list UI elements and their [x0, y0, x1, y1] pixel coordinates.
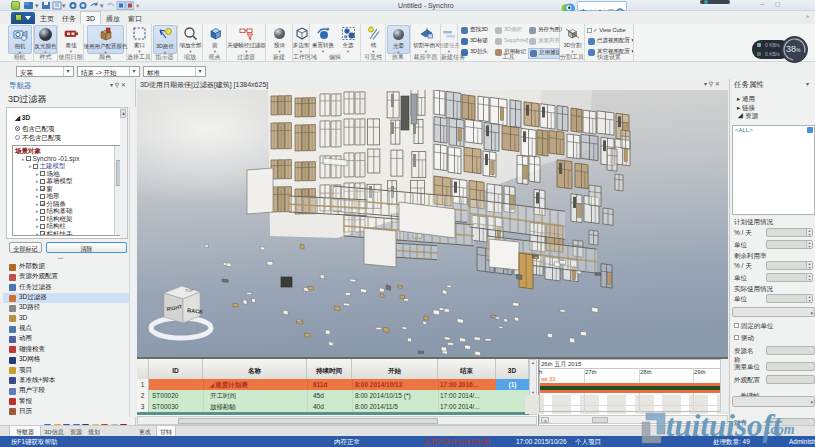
- svg-text:▾: ▾: [100, 2, 104, 9]
- svg-text:TOP: TOP: [185, 288, 193, 293]
- svg-text:▾: ▾: [62, 2, 66, 9]
- svg-text:▾: ▾: [35, 2, 39, 9]
